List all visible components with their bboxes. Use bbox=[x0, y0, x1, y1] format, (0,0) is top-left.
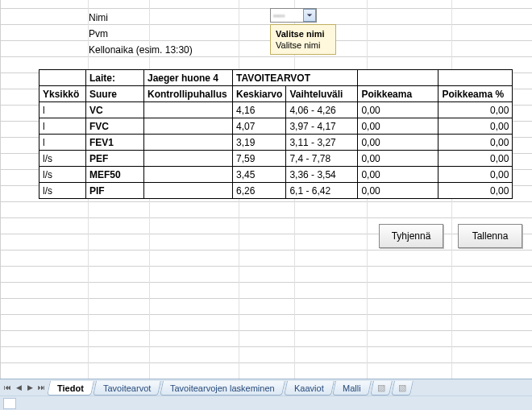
table-row: lFVC4,073,97 - 4,170,000,00 bbox=[39, 118, 513, 135]
worksheet: Nimi Pvm 5.10 Kellonaika (esim. 13:30) ▪… bbox=[0, 0, 532, 379]
cell-vaihteluvali[interactable]: 3,97 - 4,17 bbox=[286, 118, 358, 135]
kellonaika-label: Kellonaika (esim. 13:30) bbox=[89, 44, 298, 56]
hdr-tavoitearvot: TAVOITEARVOT bbox=[233, 70, 358, 86]
col-kontrollipuhallus: Kontrollipuhallus bbox=[144, 86, 233, 102]
cell-kontrollipuhallus[interactable] bbox=[144, 167, 233, 183]
cell-suure[interactable]: FVC bbox=[86, 118, 144, 135]
hdr-blank2 bbox=[358, 70, 438, 86]
cell-vaihteluvali[interactable]: 6,1 - 6,42 bbox=[286, 183, 358, 199]
cell-poikkeama-pct[interactable]: 0,00 bbox=[438, 102, 513, 118]
clear-button[interactable]: Tyhjennä bbox=[379, 224, 443, 248]
tooltip-title: Valitse nimi bbox=[276, 28, 330, 39]
cell-poikkeama[interactable]: 0,00 bbox=[358, 151, 438, 167]
col-poikkeama-pct: Poikkeama % bbox=[438, 86, 513, 102]
cell-keskiarvo[interactable]: 7,59 bbox=[233, 151, 286, 167]
table-row: l/sPEF7,597,4 - 7,780,000,00 bbox=[39, 151, 513, 167]
cell-yksikko[interactable]: l bbox=[39, 118, 86, 135]
cell-yksikko[interactable]: l/s bbox=[39, 183, 86, 199]
form-area: Nimi Pvm 5.10 Kellonaika (esim. 13:30) bbox=[0, 0, 532, 58]
cell-vaihteluvali[interactable]: 3,36 - 3,54 bbox=[286, 167, 358, 183]
dropdown-arrow-button[interactable] bbox=[303, 9, 316, 22]
cell-kontrollipuhallus[interactable] bbox=[144, 151, 233, 167]
col-poikkeama: Poikkeama bbox=[358, 86, 438, 102]
tooltip-body: Valitse nimi bbox=[276, 39, 330, 51]
cell-suure[interactable]: PEF bbox=[86, 151, 144, 167]
cell-poikkeama-pct[interactable]: 0,00 bbox=[438, 118, 513, 135]
cell-keskiarvo[interactable]: 6,26 bbox=[233, 183, 286, 199]
data-table: Laite: Jaeger huone 4 TAVOITEARVOT Yksik… bbox=[39, 69, 513, 199]
tab-tavoitearvot[interactable]: Tavoitearvot bbox=[93, 381, 161, 396]
nimi-dropdown[interactable]: ▪▪▪▪ bbox=[270, 8, 317, 23]
status-icon bbox=[3, 398, 16, 409]
cell-kontrollipuhallus[interactable] bbox=[144, 102, 233, 118]
cell-suure[interactable]: MEF50 bbox=[86, 167, 144, 183]
cell-poikkeama[interactable]: 0,00 bbox=[358, 102, 438, 118]
table-row: l/sPIF6,266,1 - 6,420,000,00 bbox=[39, 183, 513, 199]
tab-nav-arrows[interactable]: ⏮ ◀ ▶ ⏭ bbox=[0, 381, 48, 394]
col-yksikko: Yksikkö bbox=[39, 86, 86, 102]
table-row: l/sMEF503,453,36 - 3,540,000,00 bbox=[39, 167, 513, 183]
hdr-blank3 bbox=[438, 70, 513, 86]
cell-poikkeama-pct[interactable]: 0,00 bbox=[438, 167, 513, 183]
cell-poikkeama-pct[interactable]: 0,00 bbox=[438, 183, 513, 199]
cell-poikkeama-pct[interactable]: 0,00 bbox=[438, 135, 513, 151]
tab-kaaviot[interactable]: Kaaviot bbox=[284, 381, 335, 396]
sheet-tab-bar: ⏮ ◀ ▶ ⏭ Tiedot Tavoitearvot Tavoitearvoj… bbox=[0, 379, 532, 410]
cell-keskiarvo[interactable]: 3,19 bbox=[233, 135, 286, 151]
cell-kontrollipuhallus[interactable] bbox=[144, 183, 233, 199]
cell-suure[interactable]: PIF bbox=[86, 183, 144, 199]
tab-nav-prev-icon[interactable]: ◀ bbox=[13, 381, 24, 394]
button-row: Tyhjennä Tallenna bbox=[379, 224, 522, 248]
cell-yksikko[interactable]: l/s bbox=[39, 167, 86, 183]
col-vaihteluvali: Vaihteluväli bbox=[286, 86, 358, 102]
cell-poikkeama[interactable]: 0,00 bbox=[358, 118, 438, 135]
cell-keskiarvo[interactable]: 3,45 bbox=[233, 167, 286, 183]
tab-extra-2[interactable]: ▧ bbox=[391, 381, 414, 396]
cell-poikkeama[interactable]: 0,00 bbox=[358, 183, 438, 199]
tab-tavoitearvojen-laskeminen[interactable]: Tavoitearvojen laskeminen bbox=[160, 381, 285, 396]
chevron-down-icon bbox=[306, 12, 313, 19]
save-button[interactable]: Tallenna bbox=[458, 224, 522, 248]
cell-kontrollipuhallus[interactable] bbox=[144, 118, 233, 135]
tab-nav-next-icon[interactable]: ▶ bbox=[24, 381, 35, 394]
cell-vaihteluvali[interactable]: 4,06 - 4,26 bbox=[286, 102, 358, 118]
tab-extra-1[interactable]: ▧ bbox=[370, 381, 393, 396]
cell-vaihteluvali[interactable]: 7,4 - 7,78 bbox=[286, 151, 358, 167]
cell-poikkeama-pct[interactable]: 0,00 bbox=[438, 151, 513, 167]
cell-poikkeama[interactable]: 0,00 bbox=[358, 167, 438, 183]
tab-nav-last-icon[interactable]: ⏭ bbox=[35, 381, 47, 394]
table-row: lVC4,164,06 - 4,260,000,00 bbox=[39, 102, 513, 118]
cell-keskiarvo[interactable]: 4,07 bbox=[233, 118, 286, 135]
tab-malli[interactable]: Malli bbox=[333, 381, 372, 396]
cell-keskiarvo[interactable]: 4,16 bbox=[233, 102, 286, 118]
cell-yksikko[interactable]: l bbox=[39, 102, 86, 118]
cell-yksikko[interactable]: l/s bbox=[39, 151, 86, 167]
cell-poikkeama[interactable]: 0,00 bbox=[358, 135, 438, 151]
cell-kontrollipuhallus[interactable] bbox=[144, 135, 233, 151]
nimi-label: Nimi bbox=[89, 12, 239, 23]
cell-yksikko[interactable]: l bbox=[39, 135, 86, 151]
table-row: lFEV13,193,11 - 3,270,000,00 bbox=[39, 135, 513, 151]
pvm-label: Pvm bbox=[89, 28, 239, 39]
tooltip: Valitse nimi Valitse nimi bbox=[270, 24, 336, 55]
nimi-dropdown-value: ▪▪▪▪ bbox=[271, 11, 303, 20]
col-suure: Suure bbox=[86, 86, 144, 102]
cell-vaihteluvali[interactable]: 3,11 - 3,27 bbox=[286, 135, 358, 151]
tab-nav-first-icon[interactable]: ⏮ bbox=[2, 381, 13, 394]
col-keskiarvo: Keskiarvo bbox=[233, 86, 286, 102]
hdr-blank1 bbox=[39, 70, 86, 86]
hdr-laite-name: Jaeger huone 4 bbox=[144, 70, 233, 86]
tab-tiedot[interactable]: Tiedot bbox=[47, 381, 94, 396]
cell-suure[interactable]: FEV1 bbox=[86, 135, 144, 151]
status-bar bbox=[0, 396, 532, 410]
cell-suure[interactable]: VC bbox=[86, 102, 144, 118]
hdr-laite: Laite: bbox=[86, 70, 144, 86]
